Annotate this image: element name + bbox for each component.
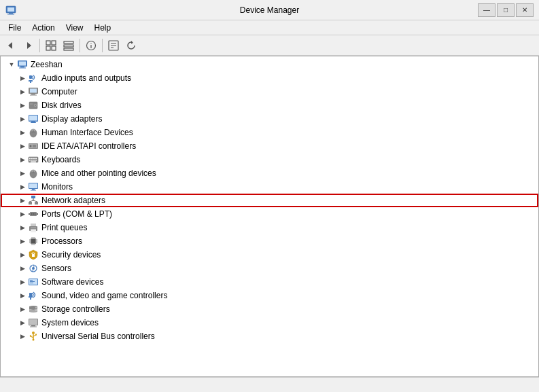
svg-rect-64 xyxy=(31,190,36,191)
audio-expand-icon[interactable]: ▶ xyxy=(17,73,28,84)
svg-rect-53 xyxy=(31,160,33,161)
menu-file[interactable]: File xyxy=(3,20,27,35)
mice-label: Mice and other pointing devices xyxy=(41,168,156,178)
svg-rect-46 xyxy=(33,145,36,147)
software-expand-icon[interactable]: ▶ xyxy=(17,277,28,287)
sound-expand-icon[interactable]: ▶ xyxy=(17,290,28,301)
refresh-button[interactable] xyxy=(123,37,139,54)
svg-marker-19 xyxy=(131,41,133,44)
hid-expand-icon[interactable]: ▶ xyxy=(17,127,28,138)
svg-rect-108 xyxy=(29,296,33,298)
svg-rect-67 xyxy=(35,202,38,204)
tree-item-network[interactable]: ▶ Network adapters xyxy=(1,194,538,207)
forward-button[interactable] xyxy=(20,37,37,54)
svg-rect-49 xyxy=(31,158,33,160)
mice-expand-icon[interactable]: ▶ xyxy=(17,168,28,179)
view-btn-2[interactable] xyxy=(60,37,77,54)
tree-panel[interactable]: ▼ Zeeshan ▶ xyxy=(0,56,539,377)
svg-rect-28 xyxy=(30,89,37,93)
status-bar xyxy=(0,377,539,392)
svg-marker-5 xyxy=(27,42,31,49)
svg-rect-56 xyxy=(31,162,36,163)
close-button[interactable]: ✕ xyxy=(516,3,534,17)
minimize-button[interactable]: — xyxy=(478,3,495,17)
storage-expand-icon[interactable]: ▶ xyxy=(17,304,28,315)
svg-point-45 xyxy=(30,145,32,147)
tree-root[interactable]: ▼ Zeeshan xyxy=(1,58,538,71)
sensors-expand-icon[interactable]: ▶ xyxy=(17,263,28,274)
svg-rect-1 xyxy=(7,7,14,12)
svg-rect-3 xyxy=(7,14,14,14)
security-expand-icon[interactable]: ▶ xyxy=(17,249,28,260)
monitors-expand-icon[interactable]: ▶ xyxy=(17,181,28,192)
tree-item-system[interactable]: ▶ System devices xyxy=(1,316,538,329)
menu-view[interactable]: View xyxy=(60,20,89,35)
tree-item-processors[interactable]: ▶ Proces xyxy=(1,234,538,248)
props-button[interactable] xyxy=(105,37,122,54)
processors-expand-icon[interactable]: ▶ xyxy=(17,236,28,247)
tree-item-computer[interactable]: ▶ Computer xyxy=(1,85,538,99)
keyboards-expand-icon[interactable]: ▶ xyxy=(17,154,28,165)
svg-rect-105 xyxy=(30,281,35,282)
print-expand-icon[interactable]: ▶ xyxy=(17,222,28,233)
display-label: Display adapters xyxy=(41,114,102,124)
view-btn-1[interactable] xyxy=(43,37,59,54)
usb-expand-icon[interactable]: ▶ xyxy=(17,331,28,342)
menu-help[interactable]: Help xyxy=(89,20,117,35)
tree-item-sound[interactable]: ▶ Sound, video and game controllers xyxy=(1,289,538,302)
tree-item-software[interactable]: ▶ Software devices xyxy=(1,275,538,289)
tree-item-audio[interactable]: ▶ Audio inputs and outputs xyxy=(1,71,538,85)
network-expand-icon[interactable]: ▶ xyxy=(17,195,28,206)
processors-icon xyxy=(28,236,39,247)
main-content: ▼ Zeeshan ▶ xyxy=(0,56,539,377)
svg-marker-4 xyxy=(8,42,12,49)
storage-label: Storage controllers xyxy=(41,304,110,314)
menu-action[interactable]: Action xyxy=(27,20,60,35)
svg-rect-119 xyxy=(35,334,37,336)
sensors-icon xyxy=(28,263,39,274)
svg-rect-51 xyxy=(35,158,37,160)
tree-item-hid[interactable]: ▶ Human Interface Devices xyxy=(1,126,538,139)
disk-expand-icon[interactable]: ▶ xyxy=(17,100,28,111)
tree-item-mice[interactable]: ▶ Mice and other pointing devices xyxy=(1,166,538,180)
svg-rect-82 xyxy=(31,230,36,232)
tree-item-ports[interactable]: ▶ Ports (COM & LPT) xyxy=(1,207,538,221)
network-label: Network adapters xyxy=(41,196,105,205)
svg-point-110 xyxy=(35,307,37,308)
tree-item-disk[interactable]: ▶ Disk drives xyxy=(1,99,538,112)
ports-expand-icon[interactable]: ▶ xyxy=(17,209,28,219)
tree-item-display[interactable]: ▶ Display adapters xyxy=(1,112,538,126)
tree-item-monitors[interactable]: ▶ Monitors xyxy=(1,180,538,194)
svg-rect-25 xyxy=(29,80,33,82)
tree-item-print[interactable]: ▶ Print queues xyxy=(1,221,538,234)
toolbar-separator-3 xyxy=(102,39,103,52)
display-expand-icon[interactable]: ▶ xyxy=(17,113,28,124)
root-expand-icon[interactable]: ▼ xyxy=(6,59,17,70)
tree-item-ide[interactable]: ▶ IDE ATA/ATAPI controllers xyxy=(1,139,538,153)
svg-point-77 xyxy=(35,213,36,215)
toolbar: i xyxy=(0,35,539,56)
disk-label: Disk drives xyxy=(41,101,82,110)
tree-item-usb[interactable]: ▶ Universal Serial Bus controllers xyxy=(1,329,538,343)
audio-icon xyxy=(28,73,39,84)
tree-item-security[interactable]: ▶ Security devices xyxy=(1,248,538,262)
tree-item-keyboards[interactable]: ▶ Keyboards xyxy=(1,153,538,166)
forward-icon xyxy=(23,40,34,51)
processors-label: Processors xyxy=(41,236,82,246)
sound-label: Sound, video and game controllers xyxy=(41,291,167,300)
print-label: Print queues xyxy=(41,223,87,232)
hid-icon xyxy=(28,127,39,138)
tree-item-storage[interactable]: ▶ Storage controllers xyxy=(1,302,538,316)
svg-rect-65 xyxy=(31,196,35,198)
ide-expand-icon[interactable]: ▶ xyxy=(17,141,28,152)
computer-icon xyxy=(17,59,28,70)
svg-rect-38 xyxy=(31,122,36,123)
computer-item-icon xyxy=(28,86,39,97)
system-expand-icon[interactable]: ▶ xyxy=(17,317,28,328)
computer-expand-icon[interactable]: ▶ xyxy=(17,86,28,97)
maximize-button[interactable]: □ xyxy=(497,3,515,17)
info-button[interactable]: i xyxy=(83,37,99,54)
tree-item-sensors[interactable]: ▶ Sensors xyxy=(1,262,538,275)
disk-icon xyxy=(28,100,39,111)
back-button[interactable] xyxy=(3,37,19,54)
